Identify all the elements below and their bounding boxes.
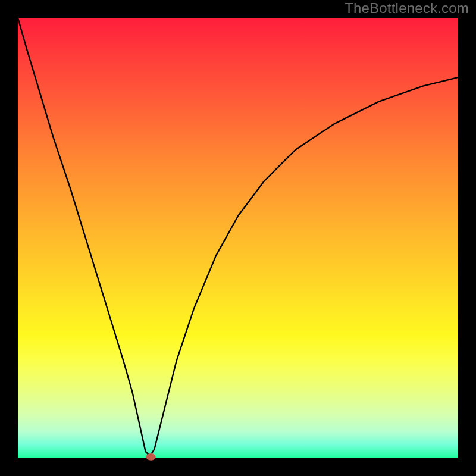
plot-area <box>18 18 458 458</box>
minimum-marker <box>146 453 155 461</box>
chart-frame: TheBottleneck.com <box>0 0 476 476</box>
plot-svg <box>18 18 458 458</box>
bottleneck-curve <box>18 18 458 456</box>
attribution-label: TheBottleneck.com <box>345 0 469 17</box>
